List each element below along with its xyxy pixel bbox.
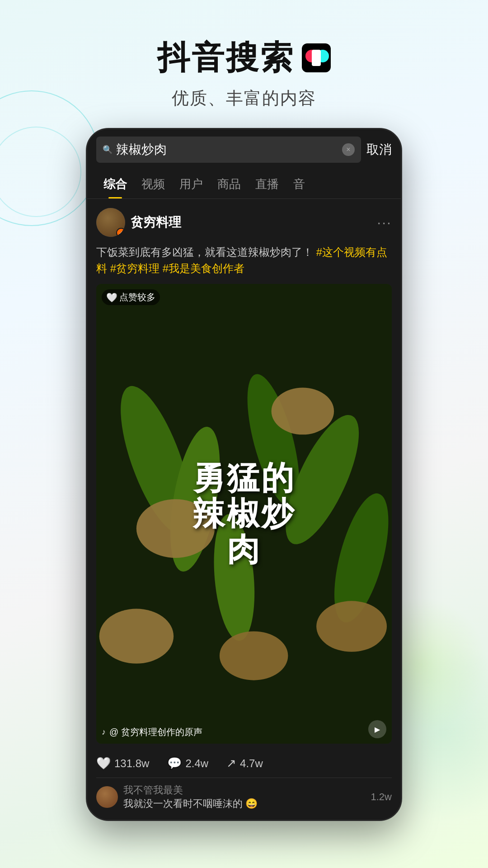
clear-icon: × [346, 146, 350, 154]
comment-icon: 💬 [167, 756, 182, 770]
content-area: ✓ 贫穷料理 ··· 下饭菜到底有多凶猛，就看这道辣椒炒肉了！ #这个视频有点料… [87, 199, 401, 820]
shares-count: 4.7w [240, 757, 263, 770]
commenter-username: 我不管我最美 [123, 783, 366, 797]
avatar: ✓ [96, 208, 125, 237]
search-icon: 🔍 [103, 145, 113, 155]
post-username[interactable]: 贫穷料理 [131, 214, 377, 231]
app-subtitle: 优质、丰富的内容 [0, 87, 488, 110]
tiktok-small-icon: ♪ [102, 727, 106, 737]
stat-comments[interactable]: 💬 2.4w [167, 756, 208, 770]
comment-content: 我就没一次看时不咽唾沫的 😄 [123, 797, 366, 811]
post-desc-text: 下饭菜到底有多凶猛，就看这道辣椒炒肉了！ [96, 246, 313, 258]
video-thumbnail[interactable]: 🤍 点赞较多 勇猛的辣椒炒肉 ♪ @ 贫穷料理创作的原声 ▶ [96, 284, 392, 744]
post-more-button[interactable]: ··· [377, 214, 392, 231]
search-query-text: 辣椒炒肉 [116, 141, 338, 158]
comment-texts: 我不管我最美 我就没一次看时不咽唾沫的 😄 [123, 783, 366, 811]
tab-comprehensive[interactable]: 综合 [96, 170, 134, 198]
comment-preview-row: 我不管我最美 我就没一次看时不咽唾沫的 😄 1.2w [96, 778, 392, 811]
verified-badge: ✓ [116, 228, 125, 237]
app-title: 抖音搜索 [0, 36, 488, 80]
heart-icon: 🤍 [96, 756, 111, 770]
phone-container: 🔍 辣椒炒肉 × 取消 综合 视频 用户 商品 直播 [0, 128, 488, 821]
play-icon: ▶ [375, 725, 380, 734]
tab-product[interactable]: 商品 [210, 170, 248, 198]
commenter-avatar [96, 786, 118, 808]
tab-user[interactable]: 用户 [172, 170, 210, 198]
audio-bar: ♪ @ 贫穷料理创作的原声 [102, 726, 202, 738]
title-text: 抖音搜索 [157, 36, 295, 80]
search-cancel-button[interactable]: 取消 [366, 141, 392, 158]
share-icon: ↗ [226, 756, 236, 770]
likes-count: 131.8w [114, 757, 149, 770]
search-input-box[interactable]: 🔍 辣椒炒肉 × [96, 137, 361, 163]
audio-label: @ 贫穷料理创作的原声 [109, 726, 202, 738]
stat-likes[interactable]: 🤍 131.8w [96, 756, 149, 770]
tiktok-logo-icon [302, 43, 331, 72]
video-title-overlay: 勇猛的辣椒炒肉 [96, 284, 392, 744]
phone-mockup: 🔍 辣椒炒肉 × 取消 综合 视频 用户 商品 直播 [86, 128, 402, 821]
app-header: 抖音搜索 优质、丰富的内容 [0, 0, 488, 128]
search-bar-row: 🔍 辣椒炒肉 × 取消 [87, 129, 401, 170]
stats-row: 🤍 131.8w 💬 2.4w ↗ 4.7w [96, 751, 392, 770]
post-header: ✓ 贫穷料理 ··· [96, 208, 392, 237]
tab-live[interactable]: 直播 [248, 170, 286, 198]
search-clear-button[interactable]: × [342, 143, 355, 156]
video-title-text: 勇猛的辣椒炒肉 [192, 460, 296, 568]
tab-audio[interactable]: 音 [286, 170, 312, 198]
search-tabs: 综合 视频 用户 商品 直播 音 [87, 170, 401, 199]
tiktok-logo-inner [312, 50, 321, 66]
tab-video[interactable]: 视频 [134, 170, 172, 198]
comments-count: 2.4w [185, 757, 208, 770]
comment-likes: 1.2w [371, 791, 392, 803]
stat-shares[interactable]: ↗ 4.7w [226, 756, 263, 770]
post-description: 下饭菜到底有多凶猛，就看这道辣椒炒肉了！ #这个视频有点料 #贫穷料理 #我是美… [96, 244, 392, 277]
